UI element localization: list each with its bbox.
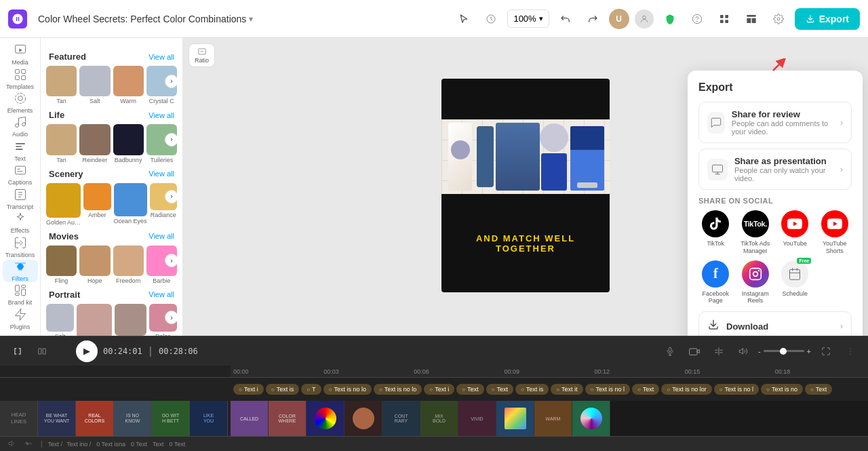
share-presentation-btn[interactable]: Share as presentation People can only wa… bbox=[698, 149, 852, 190]
track-chip[interactable]: ○Text is no lo bbox=[323, 384, 372, 395]
filter-item[interactable]: Golden Au… bbox=[46, 183, 81, 226]
timer-tool-btn[interactable] bbox=[480, 8, 502, 30]
filter-item[interactable]: › Barbie bbox=[146, 246, 177, 284]
filter-item[interactable]: › Crystal C bbox=[146, 66, 177, 104]
sidebar-item-audio[interactable]: Audio bbox=[3, 115, 38, 138]
filter-thumb: › bbox=[146, 66, 177, 96]
social-schedule[interactable]: Free Schedule bbox=[778, 260, 812, 305]
grid-btn[interactable] bbox=[713, 8, 735, 30]
redo-btn[interactable] bbox=[582, 8, 604, 30]
filter-thumb bbox=[113, 66, 144, 96]
track-chip[interactable]: ○Text is no lo bbox=[374, 384, 422, 395]
undo-btn[interactable] bbox=[555, 8, 576, 30]
svg-point-17 bbox=[18, 96, 22, 101]
filter-item[interactable]: Fling bbox=[46, 246, 77, 284]
collaborator-avatar[interactable] bbox=[635, 9, 654, 28]
sidebar-item-brand-kit[interactable]: Brand kit bbox=[3, 283, 38, 306]
filter-item[interactable]: Salt bbox=[79, 66, 110, 104]
split-btn[interactable] bbox=[33, 342, 52, 361]
sidebar-item-templates[interactable]: Templates bbox=[3, 67, 38, 90]
user-avatar[interactable]: U bbox=[609, 9, 629, 29]
filter-item[interactable]: Tan bbox=[46, 66, 77, 104]
filter-item[interactable]: Badbunny bbox=[113, 124, 144, 163]
settings-btn[interactable] bbox=[768, 8, 789, 30]
social-tiktok[interactable]: TikTok bbox=[698, 210, 733, 255]
filter-thumb: › bbox=[150, 183, 177, 210]
canva-logo[interactable] bbox=[8, 9, 27, 28]
filter-item[interactable]: Tan bbox=[46, 124, 77, 163]
export-button[interactable]: Export bbox=[795, 8, 860, 30]
filter-item[interactable]: Matte Hig… bbox=[115, 304, 147, 336]
sidebar-item-transitions[interactable]: Transitions bbox=[3, 235, 38, 258]
filter-item[interactable]: Amber bbox=[83, 183, 111, 226]
shield-icon-btn[interactable] bbox=[659, 8, 681, 30]
help-btn[interactable] bbox=[686, 8, 708, 30]
track-chip[interactable]: ○Text bbox=[632, 384, 659, 395]
volume-btn[interactable] bbox=[734, 342, 753, 361]
track-chip[interactable]: ○Text is no bbox=[761, 384, 803, 395]
track-chip[interactable]: ○T bbox=[301, 384, 321, 395]
sidebar-item-text[interactable]: Text bbox=[3, 140, 38, 162]
play-btn[interactable]: ▶ bbox=[76, 340, 98, 362]
filter-item[interactable]: Warm bbox=[113, 66, 144, 104]
zoom-slider[interactable]: - + bbox=[758, 347, 811, 355]
sidebar-item-plugins[interactable]: Plugins bbox=[3, 308, 38, 330]
track-chip[interactable]: ○Text bbox=[486, 384, 513, 395]
track-chip[interactable]: ○Text bbox=[456, 384, 484, 395]
filter-thumb bbox=[79, 66, 110, 96]
split-timeline-btn[interactable] bbox=[709, 342, 728, 361]
export-panel: Export Share for review People can add c… bbox=[688, 71, 863, 336]
track-chip[interactable]: ○Text it bbox=[551, 384, 583, 395]
sidebar-item-transcript[interactable]: Transcript bbox=[3, 188, 38, 210]
track-chip[interactable]: ○Text is bbox=[515, 384, 549, 395]
track-chip[interactable]: ○Text is no l bbox=[714, 384, 759, 395]
filter-item[interactable]: › Tuileries bbox=[146, 124, 177, 163]
track-chip[interactable]: ○Text bbox=[805, 384, 832, 395]
filter-item[interactable]: Ocean Eyes bbox=[114, 183, 147, 226]
filter-item[interactable]: Reindeer bbox=[79, 124, 110, 163]
bottom-text-6: 0 Text bbox=[169, 441, 185, 448]
mic-btn[interactable] bbox=[660, 342, 679, 361]
filter-item[interactable]: Freedom bbox=[113, 246, 144, 284]
svg-line-28 bbox=[773, 61, 783, 71]
svg-point-11 bbox=[777, 18, 780, 20]
timeline-area: ▶ 00:24:01 | 00:28:06 - + bbox=[0, 336, 868, 451]
text-cursor-btn[interactable] bbox=[8, 342, 27, 361]
bottom-bar: | Text / Text ino / 0 Text isna 0 Text T… bbox=[0, 436, 868, 451]
filter-thumb bbox=[46, 124, 77, 155]
sidebar-item-filters[interactable]: Filters bbox=[3, 260, 38, 282]
sidebar-item-elements[interactable]: Elements bbox=[3, 92, 38, 114]
share-review-btn[interactable]: Share for review People can add comments… bbox=[698, 102, 852, 143]
track-chip[interactable]: ○Text is no l bbox=[585, 384, 630, 395]
track-chip[interactable]: ○Text i bbox=[424, 384, 454, 395]
download-btn[interactable]: Download › bbox=[698, 311, 852, 336]
sidebar-item-effects[interactable]: Effects bbox=[3, 212, 38, 234]
fullscreen-btn[interactable] bbox=[816, 342, 835, 361]
project-title[interactable]: Color Wheel Secrets: Perfect Color Combi… bbox=[33, 11, 258, 27]
social-tiktok-ads[interactable]: TikTok. TikTok Ads Manager bbox=[738, 210, 773, 255]
filter-thumb bbox=[113, 124, 144, 155]
waveform-btn[interactable] bbox=[22, 438, 35, 450]
camera-btn[interactable] bbox=[685, 342, 704, 361]
social-youtube[interactable]: YouTube bbox=[778, 210, 812, 255]
pointer-tool-btn[interactable] bbox=[453, 8, 475, 30]
social-facebook[interactable]: f Facebook Page bbox=[698, 260, 733, 305]
sidebar-item-media[interactable]: Media bbox=[3, 43, 38, 66]
social-instagram[interactable]: Instagram Reels bbox=[738, 260, 773, 305]
social-youtube-shorts[interactable]: YouTube Shorts bbox=[818, 210, 852, 255]
zoom-control[interactable]: 100% ▾ bbox=[507, 9, 549, 28]
filter-thumb bbox=[46, 304, 74, 332]
ratio-button[interactable]: Ratio bbox=[189, 43, 215, 67]
sidebar-item-captions[interactable]: Captions bbox=[3, 163, 38, 186]
more-options-btn[interactable] bbox=[841, 342, 860, 361]
filter-item[interactable]: Hope bbox=[79, 246, 110, 284]
track-chip[interactable]: ○Text is bbox=[266, 384, 299, 395]
track-chip[interactable]: ○Text i bbox=[233, 384, 264, 395]
filter-item[interactable]: Salt bbox=[46, 304, 74, 336]
filter-item[interactable]: Glam High… bbox=[77, 304, 112, 336]
filter-item[interactable]: › Dolce bbox=[149, 304, 177, 336]
layout-btn[interactable] bbox=[741, 8, 762, 30]
volume-bottom-btn[interactable] bbox=[5, 438, 19, 450]
filter-item[interactable]: › Radiance bbox=[150, 183, 177, 226]
track-chip[interactable]: ○Text is no lor bbox=[661, 384, 711, 395]
